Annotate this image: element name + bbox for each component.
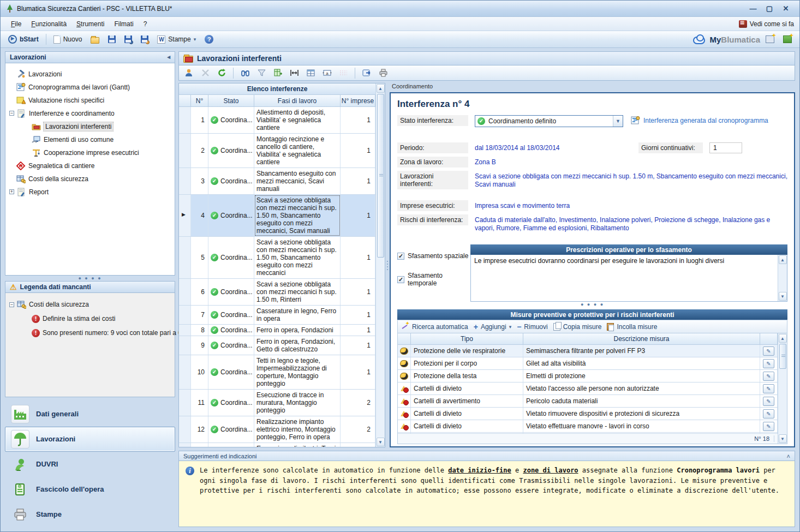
filter-button[interactable] xyxy=(255,67,268,79)
nav-fascicolo[interactable]: G Fascicolo dell'opera xyxy=(5,477,175,502)
scroll-up-icon[interactable]: ▲ xyxy=(779,255,787,264)
stampe-button[interactable]: W Stampe ▾ xyxy=(154,34,199,45)
table-row[interactable]: 3 ✓ Coordina... Sbancamento eseguito con… xyxy=(179,168,375,195)
table-row[interactable]: 5 ✓ Coordina... Scavi a sezione obbligat… xyxy=(179,237,375,279)
col-numero[interactable]: N° xyxy=(191,95,208,107)
menu-help[interactable]: ? xyxy=(139,19,152,29)
nav-lavorazioni[interactable]: Lavorazioni xyxy=(5,427,175,452)
tree-item-report[interactable]: + Report xyxy=(8,186,172,199)
tree-item-cronoprogramma[interactable]: Cronoprogramma dei lavori (Gantt) xyxy=(8,81,172,94)
col-stato[interactable]: Stato xyxy=(208,95,254,107)
col-fasi[interactable]: Fasi di lavoro xyxy=(254,95,341,107)
open-button[interactable] xyxy=(87,34,103,45)
misura-row[interactable]: Protezione delle vie respiratorie Semima… xyxy=(398,345,778,357)
nav-stampe[interactable]: Stampe xyxy=(5,502,175,527)
horizontal-splitter[interactable]: ● ● ● ● xyxy=(5,276,175,281)
column-width-button[interactable] xyxy=(288,67,301,79)
expand-expander-icon[interactable]: + xyxy=(9,189,14,194)
bstart-button[interactable]: bStart xyxy=(5,34,42,45)
legend-item-stima-costi[interactable]: ! Definire la stima dei costi xyxy=(8,312,172,326)
print-button[interactable] xyxy=(377,67,390,79)
export-button[interactable] xyxy=(360,67,373,79)
edit-measure-button[interactable]: ✎ xyxy=(763,359,774,368)
rimuovi-button[interactable]: − Rimuovi xyxy=(517,322,548,331)
maximize-button[interactable]: ▢ xyxy=(761,3,778,14)
list-scrollbar[interactable]: ▲ ▼ xyxy=(375,83,385,447)
scroll-thumb[interactable] xyxy=(377,94,384,258)
ricerca-automatica-button[interactable]: Ricerca automatica xyxy=(401,322,468,331)
collapse-panel-icon[interactable]: ˄ xyxy=(787,453,790,459)
new-item-button[interactable] xyxy=(762,34,778,44)
scroll-down-icon[interactable]: ▼ xyxy=(377,438,385,446)
table-row[interactable]: 9 ✓ Coordina... Ferro in opera, Fondazio… xyxy=(179,336,375,355)
edit-measure-button[interactable]: ✎ xyxy=(763,409,774,419)
edit-measure-button[interactable]: ✎ xyxy=(763,346,774,356)
misura-row[interactable]: Cartelli di divieto Vietato rimuovere di… xyxy=(398,408,778,420)
table-row[interactable]: 8 ✓ Coordina... Ferro in opera, Fondazio… xyxy=(179,325,375,336)
refresh-button[interactable] xyxy=(215,67,228,79)
tree-item-costi-sicurezza[interactable]: Costi della sicurezza xyxy=(8,172,172,186)
aggiungi-button[interactable]: + Aggiungi ▾ xyxy=(474,322,511,331)
autofit-button[interactable]: a xyxy=(320,67,333,79)
misure-scrollbar[interactable]: ▲ ▼ xyxy=(778,333,787,444)
collapse-expander-icon[interactable]: − xyxy=(9,302,14,307)
menu-strumenti[interactable]: Strumenti xyxy=(71,19,109,29)
edit-measure-button[interactable]: ✎ xyxy=(763,422,774,431)
legend-item-voci-totale[interactable]: ! Sono presenti numero: 9 voci con total… xyxy=(8,326,172,340)
dropdown-arrow-icon[interactable]: ▼ xyxy=(613,116,623,127)
edit-measure-button[interactable]: ✎ xyxy=(763,384,774,393)
tree-item-segnaletica[interactable]: x Segnaletica di cantiere xyxy=(8,159,172,172)
misura-row[interactable]: Cartelli di divieto Vietato effettuare m… xyxy=(398,420,778,433)
tree-item-valutazione-rischi[interactable]: Valutazione rischi specifici xyxy=(8,94,172,107)
tree-item-lavorazioni-interferenti[interactable]: Lavorazioni interferenti xyxy=(8,120,172,133)
save-copy-button[interactable] xyxy=(121,34,135,44)
scroll-thumb[interactable] xyxy=(779,344,786,369)
save-button[interactable] xyxy=(105,34,119,44)
nuovo-button[interactable]: Nuovo xyxy=(50,34,86,45)
nav-duvri[interactable]: DUVRI xyxy=(5,452,175,477)
menu-file[interactable]: File xyxy=(6,19,26,29)
misura-row[interactable]: Cartelli di divieto Vietato l'accesso al… xyxy=(398,382,778,395)
copia-misure-button[interactable]: Copia misure xyxy=(553,323,602,331)
delete-button[interactable] xyxy=(199,67,212,79)
save-user-button[interactable] xyxy=(138,34,152,44)
collapse-sidebar-icon[interactable]: ◂ xyxy=(167,53,170,61)
misura-row[interactable]: Protezione della testa Elmetti di protez… xyxy=(398,370,778,382)
table-row[interactable]: 10 ✓ Coordina... Tetti in legno e tegole… xyxy=(179,355,375,390)
cronoprogramma-link[interactable]: Interferenza generata dal cronoprogramma xyxy=(631,115,768,125)
misura-row[interactable]: Protezioni per il corpo Gilet ad alta vi… xyxy=(398,357,778,370)
new-window-button[interactable] xyxy=(780,34,795,44)
find-button[interactable] xyxy=(238,67,252,79)
misura-row[interactable]: Cartelli di avvertimento Pericolo caduta… xyxy=(398,395,778,408)
collapse-expander-icon[interactable]: − xyxy=(9,111,14,116)
col-imprese[interactable]: N° imprese xyxy=(341,95,375,107)
tree-item-cooperazione-imprese[interactable]: Cooperazione imprese esecutrici xyxy=(8,146,172,159)
close-button[interactable]: ✕ xyxy=(778,3,794,14)
scroll-down-icon[interactable]: ▼ xyxy=(779,434,787,443)
legend-root-costi[interactable]: − Costi della sicurezza xyxy=(8,297,172,312)
help-button[interactable]: ? xyxy=(201,34,217,45)
stato-dropdown[interactable]: ✓ Coordinamento definito ▼ xyxy=(475,115,623,127)
edit-measure-button[interactable]: ✎ xyxy=(763,397,774,406)
menu-filmati[interactable]: Filmati xyxy=(109,19,138,29)
scroll-down-icon[interactable]: ▼ xyxy=(779,292,787,301)
edit-measure-button[interactable]: ✎ xyxy=(763,372,774,381)
nav-dati-generali[interactable]: Dati generali xyxy=(5,402,175,427)
table-row[interactable]: 7 ✓ Coordina... Casserature in legno, Fe… xyxy=(179,306,375,325)
menu-funzionalita[interactable]: Funzionalità xyxy=(26,19,71,29)
table-row[interactable]: 1 ✓ Coordina... Allestimento di depositi… xyxy=(179,107,375,134)
prescrizioni-textarea[interactable]: Le imprese esecutrici dovranno coordinar… xyxy=(471,255,778,301)
vertical-splitter[interactable] xyxy=(385,83,390,447)
checkbox-spaziale[interactable]: ✓ xyxy=(397,253,404,260)
col-descrizione[interactable]: Descrizione misura xyxy=(523,333,760,345)
tree-item-lavorazioni[interactable]: Lavorazioni xyxy=(8,68,172,81)
checkbox-temporale[interactable]: ✓ xyxy=(397,276,404,283)
tree-item-elementi-uso-comune[interactable]: Elementi di uso comune xyxy=(8,133,172,146)
table-row[interactable]: 12 ✓ Coordina... Realizzazione impianto … xyxy=(179,416,375,443)
edit-user-button[interactable] xyxy=(182,67,195,79)
table-row[interactable]: 11 ✓ Coordina... Esecuzione di tracce in… xyxy=(179,390,375,416)
layout-button[interactable] xyxy=(304,67,317,79)
gridlines-button[interactable] xyxy=(337,67,350,79)
prescrizioni-scrollbar[interactable]: ▲ ▼ xyxy=(778,255,787,301)
table-row[interactable]: 13 ✓ Coordina... Esecuzione di pilastri,… xyxy=(179,443,375,447)
